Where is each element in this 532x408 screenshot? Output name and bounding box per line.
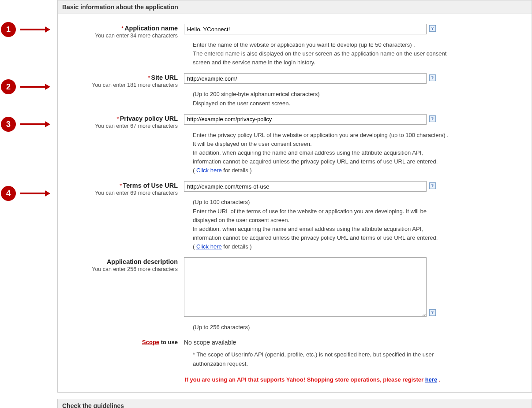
link-register-here[interactable]: here <box>425 376 437 383</box>
desc-site-url: (Up to 200 single-byte alphanumerical ch… <box>193 90 449 108</box>
help-icon[interactable]: ? <box>429 182 436 189</box>
input-terms-url[interactable] <box>184 181 427 192</box>
help-icon[interactable]: ? <box>429 309 436 316</box>
panel-guidelines: Check the guidelines <box>57 399 532 408</box>
label-scope-rest: to use <box>159 339 178 345</box>
link-terms-details[interactable]: Click here <box>196 243 222 250</box>
required-marker: * <box>148 74 150 81</box>
help-icon[interactable]: ? <box>429 74 436 81</box>
svg-marker-5 <box>45 121 50 127</box>
label-privacy-url: Privacy policy URL <box>120 115 178 122</box>
callout-1: 1 <box>1 22 54 37</box>
label-terms-url: Terms of Use URL <box>123 182 178 189</box>
desc-privacy-url: Enter the privacy policy URL of the webs… <box>193 131 449 175</box>
link-privacy-details[interactable]: Click here <box>196 167 222 174</box>
help-icon[interactable]: ? <box>429 115 436 122</box>
charcount-site-url: You can enter 181 more characters <box>69 82 178 88</box>
svg-marker-7 <box>45 190 50 197</box>
text-scope-note: * The scope of UserInfo API (openid, pro… <box>193 350 449 368</box>
panel-basic-info-header: Basic information about the application <box>58 0 532 14</box>
panel-guidelines-header: Check the guidelines <box>58 399 532 408</box>
desc-application-name: Enter the name of the website or applica… <box>193 41 449 67</box>
row-app-description: Application description You can enter 25… <box>58 251 532 332</box>
svg-marker-3 <box>45 84 50 90</box>
text-scope-warning: If you are using an API that supports Ya… <box>185 375 450 386</box>
row-site-url: *Site URL You can enter 181 more charact… <box>58 67 532 108</box>
input-privacy-url[interactable] <box>184 114 427 125</box>
link-scope[interactable]: Scope <box>142 339 159 345</box>
row-application-name: *Application name You can enter 34 more … <box>58 18 532 67</box>
required-marker: * <box>120 182 122 189</box>
callout-badge-2: 2 <box>1 79 16 94</box>
callout-2: 2 <box>1 79 54 94</box>
input-application-name[interactable] <box>184 24 427 34</box>
callout-badge-4: 4 <box>1 186 16 201</box>
textarea-app-description[interactable] <box>184 257 427 317</box>
callout-4: 4 <box>1 186 54 201</box>
row-scope: Scope to use No scope available * The sc… <box>58 332 532 385</box>
charcount-app-description: You can enter 256 more characters <box>69 266 178 272</box>
arrow-right-icon <box>16 25 54 34</box>
desc-terms-url: (Up to 100 characters) Enter the URL of … <box>193 198 449 251</box>
charcount-application-name: You can enter 34 more characters <box>69 33 178 39</box>
input-site-url[interactable] <box>184 73 427 84</box>
charcount-terms-url: You can enter 69 more characters <box>69 190 178 196</box>
svg-marker-1 <box>45 26 50 33</box>
label-application-name: Application name <box>124 25 178 32</box>
arrow-right-icon <box>16 189 54 198</box>
arrow-right-icon <box>16 82 54 91</box>
row-privacy-url: *Privacy policy URL You can enter 67 mor… <box>58 108 532 175</box>
required-marker: * <box>121 25 124 32</box>
row-terms-url: *Terms of Use URL You can enter 69 more … <box>58 175 532 251</box>
desc-app-description: (Up to 256 characters) <box>193 323 449 332</box>
form-container: 1 2 3 4 Basic information about the appl… <box>57 0 532 408</box>
required-marker: * <box>117 115 119 122</box>
help-icon[interactable]: ? <box>429 25 436 32</box>
callout-badge-3: 3 <box>1 117 16 132</box>
callout-badge-1: 1 <box>1 22 16 37</box>
label-site-url: Site URL <box>151 74 178 81</box>
panel-basic-info: Basic information about the application … <box>57 0 532 393</box>
callout-3: 3 <box>1 117 54 132</box>
label-app-description: Application description <box>107 258 178 265</box>
arrow-right-icon <box>16 120 54 129</box>
text-no-scope: No scope available <box>184 339 520 346</box>
charcount-privacy-url: You can enter 67 more characters <box>69 123 178 129</box>
